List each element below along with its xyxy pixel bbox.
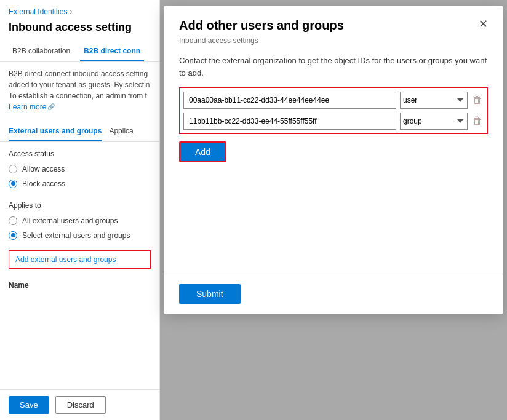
add-button[interactable]: Add (179, 141, 226, 162)
select-external-label: Select external users and groups (22, 231, 130, 240)
allow-access-label: Allow access (22, 165, 65, 173)
modal-title: Add other users and groups (179, 18, 344, 33)
select-external-radio[interactable] (9, 231, 17, 240)
external-link-icon: 🔗 (47, 102, 55, 111)
allow-access-radio[interactable] (9, 165, 17, 173)
entries-container: user group 🗑 user group 🗑 (179, 87, 488, 134)
modal-description: Contact the external organization to get… (164, 51, 503, 87)
all-external-label: All external users and groups (22, 216, 118, 225)
trash-icon-2: 🗑 (473, 116, 482, 127)
access-status-label: Access status (0, 142, 159, 162)
modal-body: user group 🗑 user group 🗑 (164, 87, 503, 261)
modal-dialog: Add other users and groups ✕ Inbound acc… (164, 6, 503, 314)
all-external-radio[interactable] (9, 216, 17, 225)
applies-to-label: Applies to (0, 194, 159, 213)
learn-more-link[interactable]: Learn more 🔗 (9, 101, 55, 113)
modal-subtitle: Inbound access settings (164, 36, 503, 51)
add-button-wrap: Add (179, 141, 488, 162)
modal-footer: Submit (164, 274, 503, 314)
tabs-row: B2B collaboration B2B direct conn (0, 42, 159, 62)
breadcrumb-separator: › (70, 7, 72, 16)
access-status-radios: Allow access Block access (0, 162, 159, 191)
sub-tab-applications[interactable]: Applica (109, 122, 133, 141)
left-panel: External Identities › Inbound access set… (0, 0, 160, 420)
entry-select-2[interactable]: user group (400, 113, 468, 130)
trash-icon-1: 🗑 (473, 95, 482, 106)
submit-button[interactable]: Submit (179, 284, 241, 304)
entry-row-2: user group 🗑 (183, 113, 484, 130)
entry-select-1[interactable]: user group (400, 92, 468, 109)
tab-b2b-direct[interactable]: B2B direct conn (80, 42, 144, 61)
breadcrumb: External Identities › (0, 0, 159, 18)
allow-access-option[interactable]: Allow access (9, 162, 151, 176)
add-external-users-link[interactable]: Add external users and groups (9, 250, 151, 269)
name-column-label: Name (0, 276, 159, 292)
tab-b2b-collaboration[interactable]: B2B collaboration (9, 42, 74, 61)
applies-to-section: Applies to All external users and groups… (0, 194, 159, 243)
modal-close-button[interactable]: ✕ (479, 18, 488, 30)
block-access-option[interactable]: Block access (9, 176, 151, 191)
discard-button[interactable]: Discard (55, 396, 106, 414)
left-footer: Save Discard (0, 389, 159, 420)
select-external-option[interactable]: Select external users and groups (9, 228, 151, 243)
delete-entry-1-button[interactable]: 🗑 (471, 93, 484, 107)
breadcrumb-link[interactable]: External Identities (9, 7, 67, 16)
sub-tab-external-users[interactable]: External users and groups (9, 122, 102, 141)
modal-overlay: Add other users and groups ✕ Inbound acc… (160, 0, 507, 420)
page-title: Inbound access setting (0, 18, 159, 42)
entry-input-2[interactable] (183, 113, 396, 130)
applies-to-radios: All external users and groups Select ext… (0, 213, 159, 243)
entry-input-1[interactable] (183, 92, 396, 109)
block-access-radio[interactable] (9, 180, 17, 188)
delete-entry-2-button[interactable]: 🗑 (471, 114, 484, 128)
sub-tabs-row: External users and groups Applica (0, 122, 159, 142)
all-external-option[interactable]: All external users and groups (9, 213, 151, 228)
block-access-label: Block access (22, 180, 65, 188)
entry-row-1: user group 🗑 (183, 92, 484, 109)
modal-header: Add other users and groups ✕ (164, 6, 503, 36)
panel-description: B2B direct connect inbound access settin… (0, 62, 159, 119)
save-button[interactable]: Save (9, 396, 49, 414)
